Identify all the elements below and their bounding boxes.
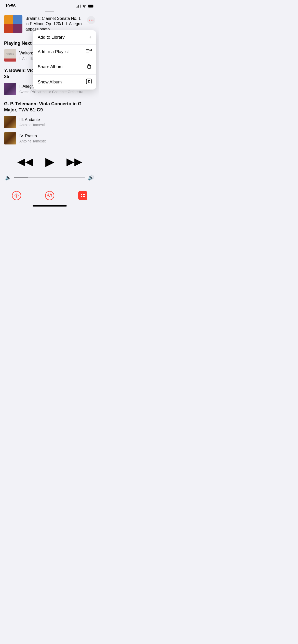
- nav-airplay-button[interactable]: [44, 190, 55, 201]
- svg-rect-1: [88, 5, 93, 7]
- nav-info-button[interactable]: [11, 190, 22, 201]
- menu-item-show-album-label: Show Album: [38, 80, 62, 85]
- volume-low-icon: 🔈: [5, 174, 11, 181]
- track-art-telemann-2: [4, 132, 16, 144]
- menu-item-share-album-label: Share Album...: [38, 64, 66, 69]
- album-art-main: [4, 15, 22, 33]
- signal-icon: [76, 5, 80, 8]
- list-item[interactable]: IV. Presto Antoine Tamestit: [0, 130, 99, 147]
- track-artist: Antoine Tamestit: [19, 139, 95, 143]
- list-item[interactable]: III. Andante Antoine Tamestit: [0, 114, 99, 130]
- more-dots-icon: [89, 20, 93, 21]
- plus-icon: +: [89, 34, 92, 40]
- track-name: IV. Presto: [19, 134, 95, 139]
- bottom-nav: [0, 187, 99, 203]
- svg-rect-15: [81, 194, 82, 195]
- track-art-walton: WALTON: [4, 49, 16, 62]
- battery-icon: [88, 5, 94, 8]
- telemann-section-header: G. P. Telemann: Viola Concerto in G Majo…: [0, 97, 99, 114]
- telemann-album-title: G. P. Telemann: Viola Concerto in G Majo…: [4, 101, 95, 113]
- status-bar: 10:56: [0, 0, 99, 11]
- status-icons: [76, 5, 94, 8]
- home-indicator: [33, 205, 67, 207]
- volume-high-icon: 🔊: [88, 174, 94, 181]
- rewind-button[interactable]: ◀◀: [17, 156, 33, 167]
- now-playing-header: Brahms: Clarinet Sonata No. 1 in F Minor…: [0, 15, 99, 36]
- svg-point-14: [16, 194, 17, 195]
- track-artist: Czech Philharmonic Chamber Orchestra: [19, 90, 95, 94]
- drag-handle: [45, 11, 54, 12]
- menu-item-show-album[interactable]: Show Album: [33, 75, 96, 90]
- track-info-telemann-2: IV. Presto Antoine Tamestit: [19, 134, 95, 143]
- share-icon: [87, 63, 92, 70]
- play-button[interactable]: ▶: [45, 155, 54, 168]
- menu-item-share-album[interactable]: Share Album...: [33, 59, 96, 75]
- context-menu: Add to Library + Add to a Playlist... Sh…: [33, 30, 96, 90]
- music-note-box-icon: [86, 79, 92, 85]
- wifi-icon: [82, 5, 86, 8]
- now-playing-text: Brahms: Clarinet Sonata No. 1 in F Minor…: [25, 15, 84, 32]
- svg-rect-9: [86, 79, 91, 84]
- fast-forward-button[interactable]: ▶▶: [66, 156, 82, 167]
- playlist-add-icon: [86, 49, 92, 55]
- track-art-telemann-1: [4, 116, 16, 128]
- status-time: 10:56: [5, 4, 16, 9]
- airplay-icon: [45, 191, 54, 200]
- svg-rect-16: [83, 194, 85, 195]
- volume-fill: [14, 177, 28, 178]
- menu-item-add-playlist-label: Add to a Playlist...: [38, 49, 72, 54]
- svg-rect-18: [83, 196, 85, 197]
- queue-icon: [78, 191, 87, 200]
- track-info-telemann-1: III. Andante Antoine Tamestit: [19, 117, 95, 127]
- track-art-bowen: [4, 83, 16, 95]
- track-artist: Antoine Tamestit: [19, 123, 95, 127]
- more-button[interactable]: [87, 16, 95, 24]
- menu-item-add-library[interactable]: Add to Library +: [33, 30, 96, 45]
- info-icon: [12, 191, 21, 200]
- svg-point-11: [89, 82, 90, 83]
- svg-rect-17: [81, 196, 82, 197]
- menu-item-add-library-label: Add to Library: [38, 35, 65, 40]
- player-controls: ◀◀ ▶ ▶▶: [0, 147, 99, 174]
- volume-control: 🔈 🔊: [0, 174, 99, 187]
- menu-item-add-playlist[interactable]: Add to a Playlist...: [33, 45, 96, 59]
- svg-point-10: [88, 82, 89, 83]
- now-playing-title: Brahms: Clarinet Sonata No. 1 in F Minor…: [25, 16, 84, 32]
- volume-track[interactable]: [14, 177, 85, 178]
- nav-queue-button[interactable]: [77, 190, 88, 201]
- track-name: III. Andante: [19, 117, 95, 123]
